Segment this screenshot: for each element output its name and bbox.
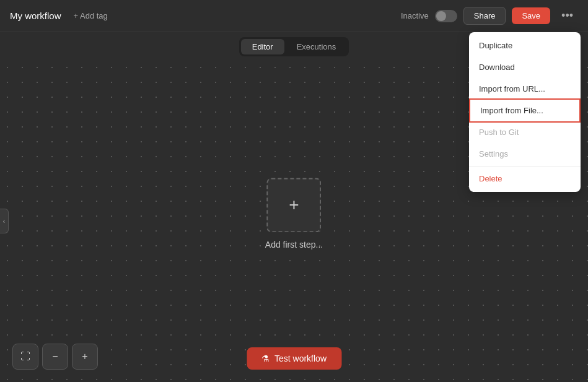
zoom-in-button[interactable]: + [72,344,98,370]
zoom-out-icon: − [52,351,58,362]
header: My workflow + Add tag Inactive Share Sav… [0,0,588,32]
test-workflow-label: Test workflow [274,354,327,363]
dropdown-item-push-git: Push to Git [469,121,581,143]
fit-view-icon: ⛶ [20,351,30,362]
inactive-label: Inactive [401,11,429,20]
workflow-title: My workflow [10,11,61,21]
test-workflow-button[interactable]: ⚗ Test workflow [247,347,341,370]
flask-icon: ⚗ [261,354,270,363]
share-button[interactable]: Share [463,7,506,25]
tabs-container: Editor Executions [239,37,349,56]
left-panel-toggle-button[interactable]: ‹ [0,209,9,233]
dropdown-divider [469,166,581,167]
tab-editor[interactable]: Editor [241,39,284,54]
dropdown-item-delete[interactable]: Delete [469,168,581,189]
dropdown-item-settings: Settings [469,143,581,165]
dropdown-item-download[interactable]: Download [469,56,581,78]
inactive-toggle[interactable] [435,10,457,22]
add-step-label: Add first step... [265,240,323,250]
dropdown-menu: Duplicate Download Import from URL... Im… [469,32,581,192]
toggle-knob [436,11,446,21]
zoom-out-button[interactable]: − [42,344,68,370]
add-first-step-area: + Add first step... [265,178,323,250]
dropdown-item-duplicate[interactable]: Duplicate [469,35,581,56]
save-button[interactable]: Save [512,7,550,24]
bottom-toolbar: ⛶ − + [12,344,98,370]
fit-view-button[interactable]: ⛶ [12,344,38,370]
dropdown-item-import-file[interactable]: Import from File... [469,98,581,123]
add-tag-button[interactable]: + Add tag [69,9,113,23]
zoom-in-icon: + [82,351,87,362]
left-panel-toggle: ‹ [0,209,9,233]
add-step-plus-icon: + [289,196,299,214]
add-step-button[interactable]: + [267,178,322,232]
header-right: Inactive Share Save ••• [401,7,578,25]
more-options-button[interactable]: ••• [556,7,578,25]
dropdown-item-import-url[interactable]: Import from URL... [469,78,581,100]
header-left: My workflow + Add tag [10,9,113,23]
tab-executions[interactable]: Executions [286,39,348,54]
